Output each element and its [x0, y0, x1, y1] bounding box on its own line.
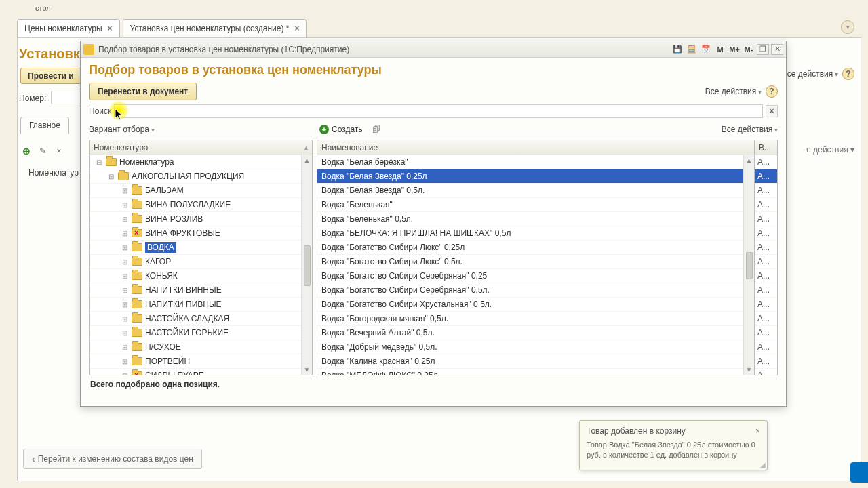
expand-icon[interactable]: ⊞ [121, 201, 129, 209]
expand-icon[interactable]: ⊟ [107, 173, 115, 180]
close-icon[interactable]: × [755, 426, 760, 436]
expand-icon[interactable]: ⊞ [121, 287, 129, 294]
scroll-thumb[interactable] [746, 252, 753, 279]
tree-row[interactable]: ⊞ВИНА ПОЛУСЛАДКИЕ [90, 198, 312, 212]
list-item[interactable]: Водка "Добрый медведь" 0,5л. [317, 340, 754, 354]
m-button[interactable]: M [714, 44, 726, 55]
scrollbar[interactable]: ▲ ▼ [743, 155, 754, 375]
list-item[interactable]: Водка "Богатство Сибири Хрустальная" 0,5… [317, 298, 754, 312]
create-button[interactable]: + Создать [317, 123, 366, 136]
list-item[interactable]: Водка "Вечерний Алтай" 0,5л. [317, 326, 754, 340]
list-item[interactable]: Водка "БЕЛОЧКА: Я ПРИШЛА! НА ШИШКАХ" 0,5… [317, 226, 754, 241]
plus-icon: + [319, 125, 329, 134]
tree-row[interactable]: ⊟АЛКОГОЛЬНАЯ ПРОДУКЦИЯ [90, 169, 312, 184]
tree-row[interactable]: ⊞НАСТОЙКИ ГОРЬКИЕ [90, 326, 312, 340]
tree-row[interactable]: ⊞П/СУХОЕ [90, 340, 312, 354]
refresh-icon[interactable]: 🗐 [371, 124, 382, 135]
tree-row[interactable]: ⊞ВИНА ФРУКТОВЫЕ [90, 226, 312, 241]
expand-icon[interactable]: ⊞ [121, 230, 129, 237]
scroll-down-icon[interactable]: ▼ [746, 366, 753, 373]
pick-goods-dialog: Подбор товаров в установка цен номенклат… [80, 41, 787, 407]
calendar-icon[interactable]: 📅 [700, 44, 712, 55]
search-input[interactable] [114, 104, 763, 118]
tree-row[interactable]: ⊞ВИНА РОЗЛИВ [90, 212, 312, 226]
tree-row[interactable]: ⊞НАПИТКИ ВИННЫЕ [90, 283, 312, 298]
list-item[interactable]: Водка "Богатство Сибири Люкс" 0,25л [317, 241, 754, 255]
save-icon[interactable]: 💾 [671, 44, 684, 55]
nomenclature-tree-grid: Номенклатура ▴ ⊟Номенклатура⊟АЛКОГОЛЬНАЯ… [89, 140, 313, 375]
list-item[interactable]: Водка "Богатство Сибири Серебряная" 0,5л… [317, 283, 754, 298]
sort-icon[interactable]: ▴ [304, 144, 308, 151]
scroll-up-icon[interactable]: ▲ [746, 157, 753, 164]
expand-icon[interactable]: ⊞ [121, 244, 129, 251]
tab-prices[interactable]: Цены номенклатуры × [17, 19, 120, 37]
list-item[interactable]: Водка "МЕДОФФ ЛЮКС" 0,25л [317, 369, 754, 375]
mplus-button[interactable]: M+ [728, 44, 741, 55]
list-item[interactable]: Водка "Белая берёзка" [317, 155, 754, 169]
all-actions-dropdown[interactable]: Все действия [722, 125, 778, 134]
close-icon[interactable]: × [294, 24, 299, 33]
expand-icon[interactable]: ⊞ [121, 187, 129, 195]
restore-icon[interactable]: ❐ [757, 44, 769, 55]
all-actions-dropdown-bg[interactable]: е действия ▾ [806, 145, 854, 155]
tab-main[interactable]: Главное [20, 117, 69, 134]
add-icon[interactable]: ⊕ [20, 145, 33, 157]
dialog-title: Подбор товаров в установка цен номенклат… [98, 45, 667, 54]
tab-set-prices[interactable]: Установка цен номенклатуры (создание) * … [123, 19, 307, 37]
tree-row[interactable]: ⊞НАПИТКИ ПИВНЫЕ [90, 298, 312, 312]
list-item[interactable]: Водка "Белая Звезда" 0,25л [317, 169, 754, 184]
number-label: Номер: [19, 94, 46, 103]
edit-icon[interactable]: ✎ [37, 145, 49, 157]
tree-row[interactable]: ⊞ПОРТВЕЙН [90, 354, 312, 369]
post-button[interactable]: Провести и [20, 68, 81, 84]
expand-icon[interactable]: ⊞ [121, 358, 129, 365]
tree-row[interactable]: ⊞КОНЬЯК [90, 269, 312, 283]
expand-icon[interactable]: ⊟ [95, 159, 103, 166]
transfer-to-document-button[interactable]: Перенести в документ [89, 83, 197, 100]
list-item[interactable]: Водка "Белая Звезда" 0,5л. [317, 184, 754, 198]
list-item[interactable]: Водка "Богатство Сибири Люкс" 0,5л. [317, 255, 754, 269]
tree-row[interactable]: ⊞СИДРЫ ПУАРЕ [90, 369, 312, 375]
all-actions-dropdown[interactable]: Все действия [782, 69, 838, 79]
tree-row[interactable]: ⊞НАСТОЙКА СЛАДКАЯ [90, 312, 312, 326]
list-item[interactable]: Водка "Беленькая" [317, 198, 754, 212]
list-item[interactable]: Водка "Беленькая" 0,5л. [317, 212, 754, 226]
all-actions-dropdown[interactable]: Все действия [705, 87, 762, 96]
filter-variant-dropdown[interactable]: Вариант отбора [89, 125, 155, 134]
tree-row[interactable]: ⊟Номенклатура [90, 155, 312, 169]
column-b-header[interactable]: В... [755, 140, 777, 155]
goto-price-types-button[interactable]: Перейти к изменению состава видов цен [23, 449, 202, 469]
expand-icon[interactable]: ⊞ [121, 272, 129, 280]
expand-icon[interactable]: ⊞ [121, 258, 129, 266]
tree-row[interactable]: ⊞БАЛЬЗАМ [90, 184, 312, 198]
teamviewer-widget-icon[interactable] [850, 462, 868, 483]
close-icon[interactable]: × [108, 24, 113, 33]
close-icon[interactable]: ✕ [771, 44, 783, 55]
expand-icon[interactable]: ⊞ [121, 216, 129, 223]
delete-icon[interactable]: × [53, 145, 65, 157]
tree-header[interactable]: Номенклатура ▴ [90, 140, 312, 155]
expand-icon[interactable]: ⊞ [121, 301, 129, 308]
expand-icon[interactable]: ⊞ [121, 329, 129, 337]
scroll-thumb[interactable] [304, 245, 311, 286]
scrollbar[interactable]: ▲ ▼ [301, 155, 312, 375]
scroll-down-icon[interactable]: ▼ [304, 366, 311, 373]
help-icon[interactable]: ? [766, 85, 778, 98]
list-item[interactable]: Водка "Калина красная" 0,25л [317, 354, 754, 369]
dialog-titlebar[interactable]: Подбор товаров в установка цен номенклат… [81, 41, 786, 58]
tree-row[interactable]: ⊞ВОДКА [90, 241, 312, 255]
column-name-header[interactable]: Наименование [317, 140, 754, 155]
calc-icon[interactable]: 🧮 [686, 44, 698, 55]
scroll-up-icon[interactable]: ▲ [304, 157, 311, 164]
expand-icon[interactable]: ⊞ [121, 372, 129, 375]
clear-search-icon[interactable]: × [766, 105, 778, 117]
expand-icon[interactable]: ⊞ [121, 315, 129, 323]
list-item[interactable]: Водка "Богородская мягкая" 0,5л. [317, 312, 754, 326]
resize-handle-icon[interactable]: ◢ [760, 461, 766, 468]
mminus-button[interactable]: M- [743, 44, 755, 55]
overflow-button[interactable]: ▾ [841, 20, 854, 34]
expand-icon[interactable]: ⊞ [121, 344, 129, 351]
tree-row[interactable]: ⊞КАГОР [90, 255, 312, 269]
list-item[interactable]: Водка "Богатство Сибири Серебряная" 0,25 [317, 269, 754, 283]
help-icon[interactable]: ? [842, 68, 854, 80]
